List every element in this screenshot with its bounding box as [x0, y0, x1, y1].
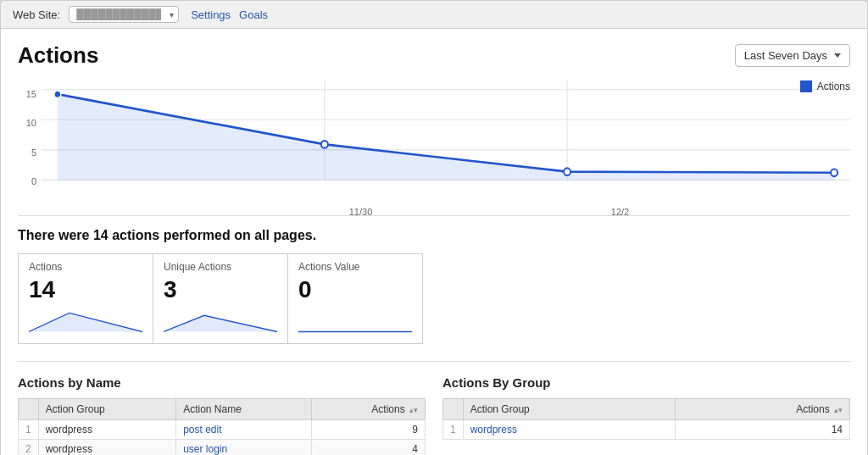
- sort-icon-g: ▴▾: [834, 406, 843, 414]
- y-label-5: 5: [18, 147, 36, 158]
- col-actions: Actions ▴▾: [312, 399, 426, 420]
- table-row: 2 wordpress user login 4: [19, 440, 426, 456]
- stat-card-unique-label: Unique Actions: [164, 261, 277, 273]
- stat-card-value-label: Actions Value: [298, 261, 412, 273]
- stats-heading: There were 14 actions performed on all p…: [18, 228, 850, 243]
- stat-card-actions-label: Actions: [29, 261, 142, 273]
- stat-card-unique-actions: Unique Actions 3: [153, 253, 288, 344]
- stat-mini-chart-value: [298, 308, 412, 334]
- date-range-label: Last Seven Days: [744, 49, 827, 62]
- y-label-0: 0: [18, 176, 36, 186]
- chart-x-labels: 11/30 12/2: [60, 207, 850, 217]
- action-name-link-2[interactable]: user login: [183, 443, 227, 455]
- svg-marker-6: [58, 94, 834, 180]
- table-row: 1 wordpress 14: [443, 420, 850, 440]
- action-group-1: wordpress: [38, 420, 175, 440]
- section-divider: [18, 361, 850, 362]
- header-row: Actions Last Seven Days: [18, 42, 850, 69]
- group-row-num: 1: [443, 420, 464, 440]
- col-action-name: Action Name: [176, 399, 312, 420]
- tables-row: Actions by Name Action Group Action Name…: [18, 375, 850, 455]
- svg-marker-12: [164, 315, 277, 331]
- date-range-button[interactable]: Last Seven Days: [735, 44, 850, 67]
- actions-by-name-section: Actions by Name Action Group Action Name…: [18, 375, 426, 455]
- row-num: 1: [19, 420, 39, 440]
- settings-link[interactable]: Settings: [191, 8, 231, 21]
- col-action-group: Action Group: [38, 399, 175, 420]
- svg-point-10: [831, 169, 837, 176]
- col-group-name: Action Group: [463, 399, 675, 420]
- actions-by-name-title: Actions by Name: [18, 375, 426, 390]
- col-group-actions: Actions ▴▾: [675, 399, 849, 420]
- chart-svg: [42, 80, 850, 199]
- actions-by-group-table: Action Group Actions ▴▾ 1 wordpress 14: [442, 398, 850, 440]
- stats-cards: Actions 14 Unique Actions 3 Actions Valu…: [18, 253, 850, 344]
- y-label-15: 15: [18, 89, 36, 99]
- x-label-1130: 11/30: [349, 207, 373, 217]
- action-name-2: user login: [176, 440, 312, 456]
- website-select-wrapper[interactable]: ████████████: [69, 6, 179, 23]
- website-select[interactable]: ████████████: [69, 6, 179, 23]
- action-name-link-1[interactable]: post edit: [183, 424, 221, 436]
- stat-card-actions: Actions 14: [18, 253, 153, 344]
- group-count-1: 14: [675, 420, 849, 440]
- dropdown-arrow-icon: [834, 53, 841, 58]
- goals-link[interactable]: Goals: [239, 8, 268, 21]
- chart-legend: Actions: [800, 80, 850, 92]
- stat-card-actions-value-card: Actions Value 0: [287, 253, 423, 344]
- page-title: Actions: [18, 42, 98, 69]
- action-group-2: wordpress: [38, 440, 175, 456]
- stat-mini-chart-actions: [29, 308, 142, 334]
- row-num: 2: [19, 440, 39, 456]
- sort-icon: ▴▾: [409, 406, 418, 414]
- col-num: [19, 399, 39, 420]
- main-content: Actions Last Seven Days Actions 15 10 5 …: [1, 29, 867, 455]
- group-name-1: wordpress: [463, 420, 675, 440]
- action-name-1: post edit: [176, 420, 312, 440]
- svg-marker-11: [29, 313, 142, 331]
- top-bar: Web Site: ████████████ Settings Goals: [1, 1, 867, 29]
- table-header-row: Action Group Action Name Actions ▴▾: [19, 399, 426, 420]
- svg-point-8: [321, 141, 328, 148]
- chart-container: Actions 15 10 5 0: [18, 80, 850, 216]
- website-label: Web Site:: [13, 8, 60, 21]
- col-num-g: [443, 399, 464, 420]
- top-bar-links: Settings Goals: [191, 8, 268, 21]
- table-row: 1 wordpress post edit 9: [19, 420, 426, 440]
- stat-card-value-value: 0: [298, 276, 412, 303]
- svg-point-9: [564, 168, 570, 175]
- actions-by-name-table: Action Group Action Name Actions ▴▾ 1 wo…: [18, 398, 426, 455]
- svg-point-7: [54, 91, 61, 98]
- chart-legend-label: Actions: [817, 80, 850, 92]
- stat-card-unique-value: 3: [164, 276, 277, 303]
- group-table-header-row: Action Group Actions ▴▾: [443, 399, 850, 420]
- stat-card-actions-value: 14: [29, 276, 142, 303]
- action-count-1: 9: [312, 420, 426, 440]
- stat-mini-chart-unique: [164, 308, 277, 334]
- actions-by-group-section: Actions By Group Action Group Actions ▴▾…: [442, 375, 850, 455]
- action-count-2: 4: [312, 440, 426, 456]
- y-label-10: 10: [18, 118, 36, 128]
- group-name-link-1[interactable]: wordpress: [470, 424, 517, 436]
- x-label-122: 12/2: [611, 207, 629, 217]
- chart-y-labels: 15 10 5 0: [18, 89, 36, 186]
- actions-by-group-title: Actions By Group: [442, 375, 850, 390]
- legend-swatch-icon: [800, 80, 812, 92]
